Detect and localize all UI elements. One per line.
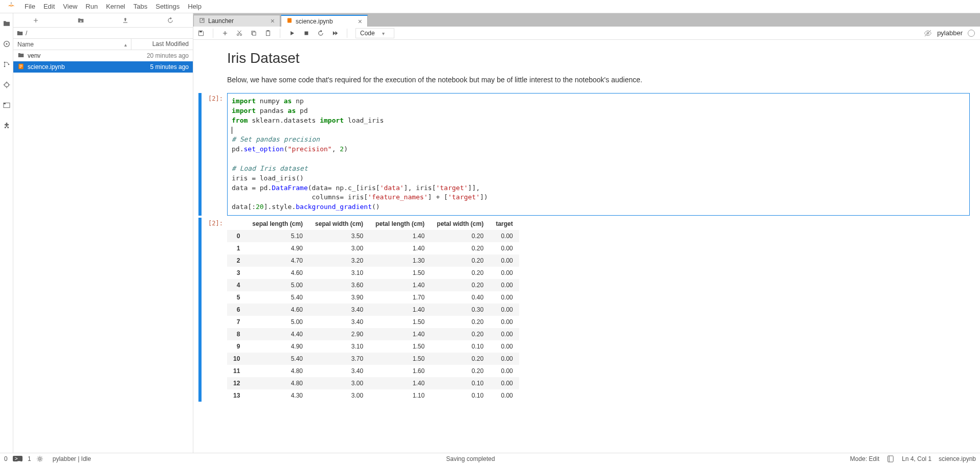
file-modified: 20 minutes ago: [132, 52, 189, 59]
code-editor[interactable]: import numpy as np import pandas as pd f…: [227, 93, 970, 216]
notebook-intro-text: Below, we have some code that's required…: [227, 76, 970, 84]
table-header: target: [489, 218, 519, 230]
svg-point-3: [4, 62, 5, 63]
table-row: 55.403.901.700.400.00: [227, 291, 519, 304]
menubar: File Edit View Run Kernel Tabs Settings …: [0, 0, 980, 13]
file-header-name[interactable]: Name: [13, 39, 131, 50]
folder-icon[interactable]: [3, 19, 11, 28]
celltype-select[interactable]: Code: [355, 28, 394, 38]
sb-terminals[interactable]: 0: [4, 455, 8, 462]
breadcrumb-root: /: [26, 30, 27, 37]
commands-icon[interactable]: [3, 81, 11, 89]
upload-icon[interactable]: [122, 17, 129, 24]
jupyter-logo-icon: [2, 1, 20, 12]
table-row: 75.003.401.500.200.00: [227, 316, 519, 328]
svg-rect-13: [19, 67, 21, 67]
svg-rect-15: [287, 18, 292, 23]
tabbar: Launcher×science.ipynb×: [193, 13, 980, 27]
code-cell[interactable]: [2]: import numpy as np import pandas as…: [198, 93, 970, 216]
svg-rect-2: [6, 43, 7, 45]
stop-icon[interactable]: [303, 30, 310, 37]
restart-icon[interactable]: [317, 30, 324, 37]
svg-rect-23: [305, 31, 308, 35]
refresh-icon[interactable]: [167, 17, 174, 24]
sb-filename: science.ipynb: [939, 455, 976, 462]
file-row[interactable]: venv20 minutes ago: [13, 50, 193, 61]
svg-point-17: [237, 34, 239, 36]
tab-launcher[interactable]: Launcher×: [193, 15, 280, 27]
table-row: 34.603.101.500.200.00: [227, 267, 519, 279]
new-launcher-icon[interactable]: [32, 17, 39, 24]
file-header: Name Last Modified: [13, 39, 193, 50]
sb-save-status: Saving completed: [91, 455, 850, 462]
table-row: 94.903.101.500.100.00: [227, 340, 519, 353]
table-row: 24.703.201.300.200.00: [227, 254, 519, 267]
close-icon[interactable]: ×: [358, 17, 362, 26]
sb-mode: Mode: Edit: [850, 455, 879, 462]
file-name: venv: [28, 52, 40, 59]
menu-file[interactable]: File: [20, 1, 39, 12]
statusbar: 0 >_ 1 pylabber | Idle Saving completed …: [0, 453, 980, 464]
file-list: venv20 minutes agoscience.ipynb5 minutes…: [13, 50, 193, 453]
breadcrumb[interactable]: /: [13, 28, 193, 39]
run-icon[interactable]: [288, 30, 296, 37]
notebook-icon: [286, 17, 293, 25]
table-header: petal length (cm): [369, 218, 431, 230]
file-toolbar: [13, 13, 193, 28]
save-icon[interactable]: [197, 30, 205, 37]
new-folder-icon[interactable]: [77, 17, 84, 24]
work-area: Launcher×science.ipynb× Code pylabber: [193, 13, 980, 453]
svg-rect-22: [267, 30, 269, 31]
menu-view[interactable]: View: [59, 1, 81, 12]
tab-science-ipynb[interactable]: science.ipynb×: [281, 15, 368, 27]
kernel-status-icon[interactable]: [968, 30, 975, 37]
menu-kernel[interactable]: Kernel: [102, 1, 129, 12]
menu-settings[interactable]: Settings: [151, 1, 184, 12]
sb-kernel-status: pylabber | Idle: [53, 455, 91, 462]
paste-icon[interactable]: [264, 30, 272, 37]
tabs-icon[interactable]: [3, 101, 11, 109]
menu-run[interactable]: Run: [81, 1, 102, 12]
kernel-name[interactable]: pylabber: [937, 29, 963, 37]
sb-gear-icon[interactable]: [36, 455, 43, 462]
table-row: 134.303.001.100.100.00: [227, 389, 519, 402]
markdown-cell[interactable]: Iris Dataset Below, we have some code th…: [198, 48, 970, 91]
git-icon[interactable]: [3, 60, 11, 68]
tab-label: Launcher: [208, 17, 234, 25]
table-row: 64.603.401.400.300.00: [227, 304, 519, 316]
close-icon[interactable]: ×: [271, 17, 275, 25]
menu-help[interactable]: Help: [184, 1, 206, 12]
launcher-icon: [199, 17, 205, 25]
restart-run-all-icon[interactable]: [331, 30, 339, 37]
notebook-scroll[interactable]: Iris Dataset Below, we have some code th…: [193, 40, 980, 453]
sb-kernels[interactable]: 1: [28, 455, 31, 462]
svg-rect-21: [266, 31, 270, 35]
file-row[interactable]: science.ipynb5 minutes ago: [13, 61, 193, 73]
output-cell: [2]: sepal length (cm)sepal width (cm)pe…: [198, 218, 970, 402]
svg-rect-16: [199, 31, 202, 32]
add-cell-icon[interactable]: [221, 30, 229, 37]
folder-icon: [17, 52, 25, 60]
table-header: petal width (cm): [431, 218, 489, 230]
cut-icon[interactable]: [236, 30, 243, 37]
file-name: science.ipynb: [28, 63, 65, 71]
svg-point-0: [11, 3, 12, 4]
table-header: sepal length (cm): [246, 218, 309, 230]
menu-edit[interactable]: Edit: [39, 1, 59, 12]
table-row: 124.803.001.400.100.00: [227, 377, 519, 389]
svg-rect-8: [4, 103, 6, 104]
file-header-modified[interactable]: Last Modified: [131, 39, 193, 50]
activity-bar: [0, 13, 13, 453]
running-icon[interactable]: [3, 40, 11, 48]
sb-cursor-pos: Ln 4, Col 1: [902, 455, 931, 462]
notebook-toolbar: Code pylabber: [193, 27, 980, 40]
table-row: 05.103.501.400.200.00: [227, 230, 519, 242]
menu-tabs[interactable]: Tabs: [129, 1, 151, 12]
copy-icon[interactable]: [250, 30, 257, 37]
not-trusted-icon[interactable]: [924, 29, 932, 37]
table-row: 105.403.701.500.200.00: [227, 353, 519, 365]
extensions-icon[interactable]: [3, 122, 11, 130]
table-row: 45.003.601.400.200.00: [227, 279, 519, 291]
svg-point-26: [38, 457, 41, 460]
sb-terminal-icon[interactable]: >_: [13, 456, 23, 461]
